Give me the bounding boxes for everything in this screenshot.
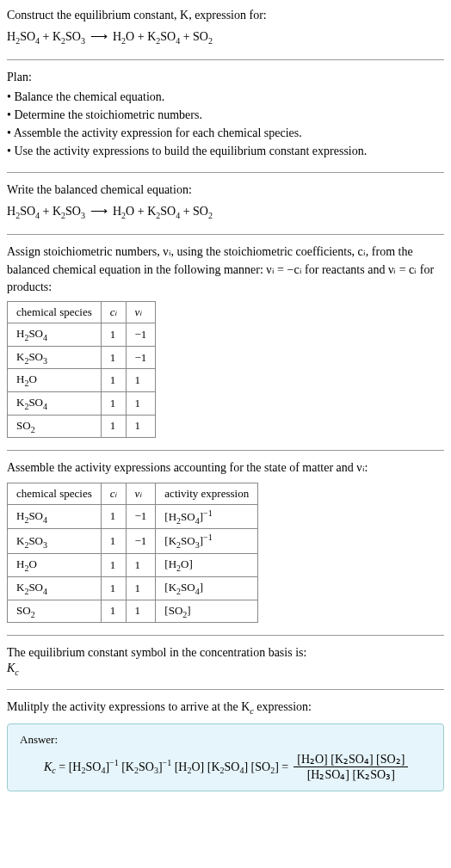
kc-symbol: Kc <box>7 662 444 677</box>
balance-section: Write the balanced chemical equation: H2… <box>7 182 444 222</box>
fraction: [H₂O] [K₂SO₄] [SO₂] [H₂SO₄] [K₂SO₃] <box>293 752 408 782</box>
col-activity: activity expression <box>156 483 258 504</box>
multiply-section: Mulitply the activity expressions to arr… <box>7 699 444 791</box>
denominator: [H₂SO₄] [K₂SO₃] <box>304 767 398 782</box>
arrow-icon: ⟶ <box>90 205 108 218</box>
table-row: H2SO41−1[H2SO4]−1 <box>8 504 258 529</box>
col-ci: cᵢ <box>101 302 126 323</box>
table-row: K2SO31−1 <box>8 346 156 369</box>
col-species: chemical species <box>8 302 102 323</box>
col-vi: νᵢ <box>126 302 156 323</box>
prompt-text: Construct the equilibrium constant, K, e… <box>7 7 444 24</box>
stoich-table: chemical species cᵢ νᵢ H2SO41−1 K2SO31−1… <box>7 301 156 438</box>
divider <box>7 172 444 173</box>
col-ci: cᵢ <box>101 483 126 504</box>
main-equation: H2SO4 + K2SO3⟶H2O + K2SO4 + SO2 <box>7 28 444 48</box>
plan-item: Use the activity expressions to build th… <box>7 142 444 160</box>
col-species: chemical species <box>8 483 102 504</box>
product-1: H2O <box>113 30 134 43</box>
assign-para: Assign stoichiometric numbers, νᵢ, using… <box>7 243 444 296</box>
product-3: SO2 <box>193 30 213 43</box>
prompt-line1: Construct the equilibrium constant, K, e… <box>7 9 267 22</box>
kc-expression: Kc = [H2SO4]−1 [K2SO3]−1 [H2O] [K2SO4] [… <box>20 752 431 782</box>
table-row: H2SO41−1 <box>8 323 156 347</box>
reactant-1: H2SO4 <box>7 30 40 43</box>
table-row: K2SO411[K2SO4] <box>8 576 258 600</box>
table-row: H2O11[H2O] <box>8 554 258 577</box>
symbol-section: The equilibrium constant symbol in the c… <box>7 644 444 677</box>
plan-section: Plan: Balance the chemical equation. Det… <box>7 69 444 160</box>
assemble-para: Assemble the activity expressions accoun… <box>7 459 444 477</box>
symbol-para: The equilibrium constant symbol in the c… <box>7 644 444 662</box>
table-header-row: chemical species cᵢ νᵢ <box>8 302 156 323</box>
assemble-section: Assemble the activity expressions accoun… <box>7 459 444 623</box>
divider <box>7 689 444 690</box>
plan-item: Balance the chemical equation. <box>7 88 444 106</box>
balanced-equation: H2SO4 + K2SO3⟶H2O + K2SO4 + SO2 <box>7 202 444 223</box>
plan-title: Plan: <box>7 69 444 86</box>
answer-label: Answer: <box>20 733 431 747</box>
divider <box>7 234 444 235</box>
activity-table: chemical species cᵢ νᵢ activity expressi… <box>7 483 258 624</box>
table-row: K2SO411 <box>8 392 156 416</box>
col-vi: νᵢ <box>126 483 156 504</box>
product-2: K2SO4 <box>147 30 180 43</box>
answer-box: Answer: Kc = [H2SO4]−1 [K2SO3]−1 [H2O] [… <box>7 723 444 791</box>
table-row: H2O11 <box>8 369 156 392</box>
table-row: SO211 <box>8 415 156 438</box>
table-header-row: chemical species cᵢ νᵢ activity expressi… <box>8 483 258 504</box>
header: Construct the equilibrium constant, K, e… <box>7 7 444 47</box>
arrow-icon: ⟶ <box>90 30 108 43</box>
plan-list: Balance the chemical equation. Determine… <box>7 88 444 160</box>
divider <box>7 59 444 60</box>
plan-item: Assemble the activity expression for eac… <box>7 124 444 142</box>
assign-section: Assign stoichiometric numbers, νᵢ, using… <box>7 243 444 438</box>
table-row: SO211[SO2] <box>8 600 258 623</box>
plan-item: Determine the stoichiometric numbers. <box>7 106 444 124</box>
table-row: K2SO31−1[K2SO3]−1 <box>8 529 258 554</box>
multiply-para: Mulitply the activity expressions to arr… <box>7 699 444 717</box>
divider <box>7 635 444 636</box>
reactant-2: K2SO3 <box>53 30 85 43</box>
numerator: [H₂O] [K₂SO₄] [SO₂] <box>293 752 408 767</box>
balance-title: Write the balanced chemical equation: <box>7 182 444 199</box>
divider <box>7 450 444 451</box>
